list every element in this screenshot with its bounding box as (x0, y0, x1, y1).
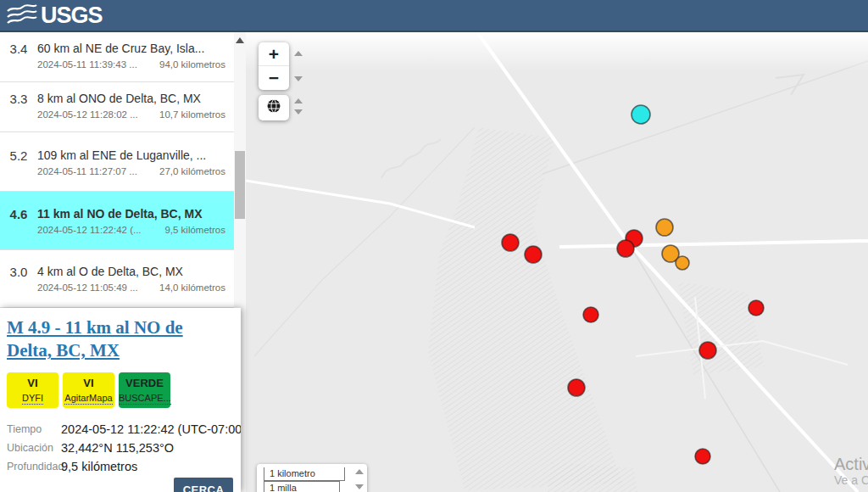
watermark-line1: Activ (834, 455, 868, 473)
globe-spinner-down-icon[interactable] (293, 109, 303, 115)
quake-title: 109 km al ENE de Luganville, ... (37, 148, 229, 163)
quake-time: 2024-05-12 11:28:02 ... (37, 109, 138, 120)
nearby-button[interactable]: CERCA (174, 478, 233, 492)
depth-value: 9,5 kilómetros (61, 457, 137, 476)
magnitude-value: 3.3 (0, 91, 37, 131)
depth-label: Profundidad (7, 457, 61, 476)
quake-time: 2024-05-12 11:05:49 ... (37, 282, 138, 293)
quake-depth: 94,0 kilometros (159, 59, 229, 70)
globe-home-button[interactable] (259, 95, 289, 120)
magnitude-value: 3.0 (0, 264, 37, 307)
earthquake-marker-red[interactable] (699, 342, 716, 359)
magnitude-value: 3.4 (0, 41, 37, 81)
scale-spinner-down-icon[interactable] (355, 484, 364, 489)
time-value: 2024-05-12 11:22:42 (UTC-07:00) (61, 420, 241, 439)
magnitude-value: 4.6 (0, 206, 37, 249)
dyfi-intensity: VI (7, 377, 58, 389)
shakemap-badge[interactable]: VI AgitarMapa (63, 372, 114, 408)
quake-title: 4 km al O de Delta, BC, MX (37, 264, 229, 279)
earthquake-marker-red[interactable] (502, 234, 519, 251)
usgs-latest-earthquakes-app: + − 1 kilometro 1 milla A (0, 0, 868, 492)
dyfi-link[interactable]: DYFI (22, 392, 43, 405)
scale-spinner[interactable] (355, 469, 364, 489)
earthquake-list-item[interactable]: 3.4 60 km al NE de Cruz Bay, Isla... 202… (0, 32, 246, 82)
app-header: USGS (0, 0, 868, 32)
magnitude-value: 5.2 (0, 148, 37, 191)
quake-depth: 14,0 kilómetros (159, 282, 229, 293)
earthquake-marker-red[interactable] (617, 240, 634, 257)
event-title-link[interactable]: M 4.9 - 11 km al NO de Delta, BC, MX (7, 317, 183, 361)
quake-depth: 9,5 kilómetros (164, 225, 229, 235)
usgs-wordmark: USGS (41, 4, 103, 27)
map-top-fade (246, 32, 868, 71)
earthquake-list-item-selected[interactable]: 4.6 11 km al NO de Delta, BC, MX 2024-05… (0, 192, 246, 250)
earthquake-marker-red[interactable] (695, 449, 710, 464)
quake-time: 2024-05-11 11:39:43 ... (37, 59, 137, 70)
map-scale-control: 1 kilometro 1 milla (257, 464, 367, 492)
scale-kilometer-label: 1 kilometro (264, 467, 345, 481)
location-value: 32,442°N 115,253°O (61, 439, 174, 457)
earthquake-list-item[interactable]: 3.0 4 km al O de Delta, BC, MX 2024-05-1… (0, 250, 246, 308)
impact-badges: VI DYFI VI AgitarMapa VERDE BUSCAPE... (7, 372, 231, 408)
earthquake-marker-red[interactable] (568, 379, 585, 396)
earthquake-marker-orange[interactable] (676, 256, 689, 270)
earthquake-list-item[interactable]: 5.2 109 km al ENE de Luganville, ... 202… (0, 132, 246, 192)
location-label: Ubicación (7, 439, 61, 457)
map-canvas[interactable]: + − 1 kilometro 1 milla (246, 32, 868, 492)
map-basemap (246, 32, 868, 492)
windows-activation-watermark: Activ Ve a C (834, 455, 868, 487)
globe-icon (266, 98, 281, 117)
time-label: Tiempo (7, 420, 61, 439)
dyfi-badge[interactable]: VI DYFI (7, 372, 58, 408)
quake-title: 8 km al ONO de Delta, BC, MX (37, 91, 229, 106)
earthquake-marker-red[interactable] (583, 307, 598, 322)
zoom-out-button[interactable]: − (259, 66, 289, 90)
map-zoom-control: + − (259, 42, 289, 90)
usgs-logo[interactable]: USGS (7, 3, 103, 27)
quake-time: 2024-05-11 11:27:07 ... (37, 166, 137, 176)
zoom-spinner-up-icon[interactable] (293, 51, 303, 56)
earthquake-marker-cyan[interactable] (632, 105, 650, 124)
usgs-wave-icon (7, 3, 37, 27)
watermark-line2: Ve a C (834, 473, 868, 487)
shakemap-intensity: VI (63, 377, 114, 389)
event-attributes: Tiempo 2024-05-12 11:22:42 (UTC-07:00) U… (7, 420, 231, 476)
pager-alert-level: VERDE (119, 377, 170, 389)
earthquake-marker-red[interactable] (525, 246, 542, 263)
globe-spinner-up-icon[interactable] (293, 98, 303, 103)
earthquake-detail-panel: M 4.9 - 11 km al NO de Delta, BC, MX VI … (0, 308, 241, 492)
quake-depth: 10,7 kilometros (159, 109, 229, 120)
scrollbar-thumb[interactable] (235, 151, 245, 219)
earthquake-marker-orange[interactable] (656, 219, 673, 236)
scale-spinner-up-icon[interactable] (355, 469, 364, 474)
quake-depth: 27,0 kilómetros (159, 166, 229, 176)
shakemap-link[interactable]: AgitarMapa (64, 392, 112, 405)
scrollbar-up-icon[interactable] (236, 37, 244, 43)
earthquake-list-item[interactable]: 3.3 8 km al ONO de Delta, BC, MX 2024-05… (0, 82, 246, 132)
scale-mile-label: 1 milla (264, 481, 340, 492)
quake-time: 2024-05-12 11:22:42 (... (37, 225, 142, 235)
zoom-in-button[interactable]: + (259, 42, 289, 66)
pager-badge[interactable]: VERDE BUSCAPE... (119, 372, 170, 408)
pager-link[interactable]: BUSCAPE... (119, 392, 171, 405)
quake-title: 11 km al NO de Delta, BC, MX (37, 206, 229, 221)
quake-title: 60 km al NE de Cruz Bay, Isla... (37, 41, 229, 56)
earthquake-marker-red[interactable] (748, 300, 764, 316)
zoom-spinner-down-icon[interactable] (293, 76, 303, 81)
